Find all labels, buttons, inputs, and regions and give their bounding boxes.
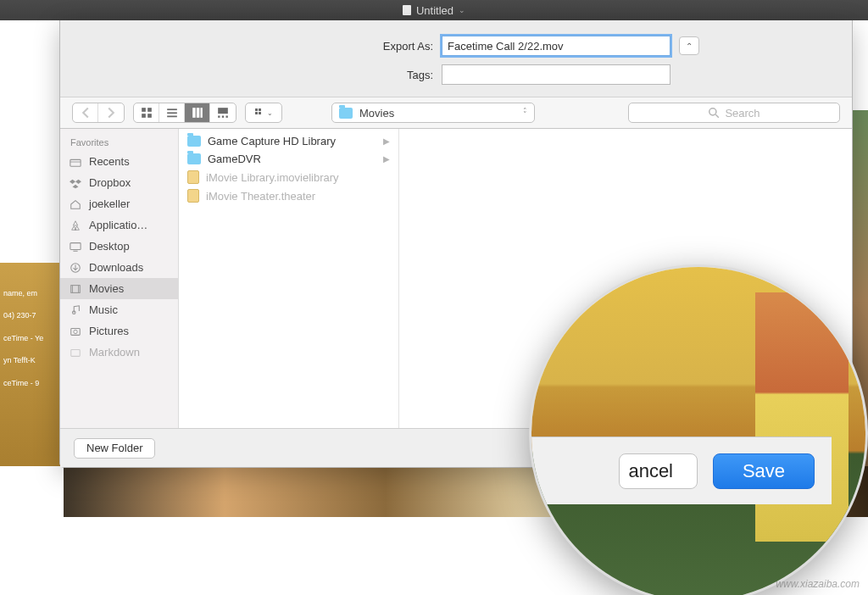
sidebar-item-label: Recents: [89, 155, 130, 168]
search-field[interactable]: Search: [628, 103, 840, 123]
sidebar-item-applications[interactable]: Applicatio…: [60, 214, 178, 236]
sidebar-item-markdown[interactable]: Markdown: [60, 342, 178, 363]
pictures-icon: [69, 325, 82, 337]
gallery-icon: [217, 107, 229, 119]
sidebar-item-label: Desktop: [89, 240, 130, 253]
list-item-label: iMovie Library.imovielibrary: [206, 171, 339, 184]
chevron-left-icon: [80, 107, 92, 119]
sidebar-item-label: Dropbox: [89, 176, 131, 189]
document-icon: [403, 5, 411, 15]
svg-rect-20: [70, 159, 81, 166]
chevron-right-icon: ▶: [383, 154, 390, 164]
back-button[interactable]: [73, 103, 98, 122]
list-view-button[interactable]: [159, 103, 185, 122]
new-folder-button[interactable]: New Folder: [74, 438, 155, 459]
sidebar-header: Favorites: [60, 134, 178, 151]
watermark: www.xiazaiba.com: [776, 578, 860, 590]
grid-small-icon: [254, 108, 264, 118]
svg-rect-28: [71, 328, 81, 335]
svg-point-29: [74, 330, 77, 333]
svg-rect-30: [71, 349, 81, 356]
gallery-view-button[interactable]: [210, 103, 236, 122]
column-1: Game Capture HD Library ▶ GameDVR ▶ iMov…: [179, 129, 399, 428]
svg-rect-16: [255, 112, 258, 114]
view-mode-segment: [133, 103, 236, 123]
package-icon: [187, 170, 199, 184]
clock-icon: [69, 156, 82, 168]
list-icon: [166, 107, 178, 119]
nav-back-forward: [72, 103, 125, 123]
sidebar-item-dropbox[interactable]: Dropbox: [60, 172, 178, 193]
desktop-icon: [69, 241, 82, 253]
list-item-label: GameDVR: [208, 153, 261, 165]
svg-rect-10: [218, 108, 228, 114]
list-item-label: iMovie Theater.theater: [206, 190, 315, 203]
search-placeholder: Search: [725, 107, 760, 120]
svg-rect-17: [259, 112, 261, 114]
tags-label: Tags:: [213, 69, 433, 81]
window-title: Untitled: [416, 4, 453, 17]
group-by-segment: ⌄: [245, 103, 282, 123]
chevron-up-icon: ⌃: [686, 42, 693, 51]
sidebar-item-label: Pictures: [89, 325, 129, 337]
svg-rect-15: [259, 108, 261, 111]
sidebar-item-label: Applicatio…: [89, 219, 147, 231]
sidebar-item-home[interactable]: joekeller: [60, 193, 178, 214]
svg-rect-8: [196, 108, 199, 118]
sidebar-item-label: joekeller: [89, 197, 130, 210]
sidebar-item-downloads[interactable]: Downloads: [60, 257, 178, 278]
folder-icon: [187, 136, 201, 147]
list-item: iMovie Theater.theater: [179, 186, 398, 205]
svg-rect-3: [147, 114, 152, 118]
location-popup[interactable]: Movies ˄˅: [331, 103, 535, 123]
sidebar-item-desktop[interactable]: Desktop: [60, 236, 178, 257]
svg-rect-13: [226, 116, 228, 118]
sidebar: Favorites Recents Dropbox joekeller Appl…: [60, 129, 179, 428]
forward-button[interactable]: [98, 103, 124, 122]
export-as-input[interactable]: [442, 36, 670, 56]
search-icon: [708, 107, 720, 119]
save-button[interactable]: Save: [713, 453, 815, 489]
svg-rect-6: [167, 116, 177, 118]
window-titlebar[interactable]: Untitled ⌄: [0, 0, 868, 20]
music-icon: [69, 304, 82, 316]
updown-icon: ˄˅: [523, 109, 527, 116]
sidebar-item-pictures[interactable]: Pictures: [60, 320, 178, 342]
list-item[interactable]: Game Capture HD Library ▶: [179, 132, 398, 150]
list-item: iMovie Library.imovielibrary: [179, 168, 398, 186]
svg-rect-4: [167, 108, 177, 110]
package-icon: [187, 189, 199, 203]
export-as-label: Export As:: [213, 40, 433, 53]
columns-icon: [192, 107, 203, 119]
collapse-sheet-button[interactable]: ⌃: [679, 36, 699, 55]
chevron-down-icon: ⌄: [459, 6, 465, 14]
group-by-button[interactable]: ⌄: [246, 103, 281, 122]
svg-rect-11: [218, 116, 220, 118]
dropbox-icon: [69, 177, 82, 189]
apps-icon: [69, 220, 82, 231]
folder-icon: [187, 153, 201, 164]
list-item-label: Game Capture HD Library: [208, 135, 336, 147]
sidebar-item-recents[interactable]: Recents: [60, 151, 178, 172]
svg-rect-14: [255, 108, 258, 111]
facetime-text-peek: name, em 04) 230-7 ceTime - Ye yn Tefft-…: [0, 284, 59, 403]
chevron-down-icon: ⌄: [267, 109, 273, 117]
sidebar-item-label: Music: [89, 303, 118, 316]
sidebar-item-movies[interactable]: Movies: [60, 278, 178, 299]
sidebar-item-music[interactable]: Music: [60, 299, 178, 320]
svg-line-19: [716, 114, 720, 118]
icon-view-button[interactable]: [134, 103, 159, 122]
grid-icon: [141, 107, 153, 119]
tags-input[interactable]: [442, 64, 670, 85]
svg-rect-5: [167, 112, 177, 114]
svg-rect-7: [192, 108, 196, 118]
cancel-button[interactable]: ancel: [619, 453, 698, 489]
finder-toolbar: ⌄ Movies ˄˅ Search: [60, 97, 852, 129]
svg-point-18: [709, 108, 716, 115]
downloads-icon: [69, 262, 82, 274]
column-view-button[interactable]: [185, 103, 210, 122]
list-item[interactable]: GameDVR ▶: [179, 150, 398, 168]
sidebar-item-label: Markdown: [89, 346, 140, 359]
svg-rect-1: [147, 108, 152, 112]
svg-rect-22: [70, 242, 81, 249]
